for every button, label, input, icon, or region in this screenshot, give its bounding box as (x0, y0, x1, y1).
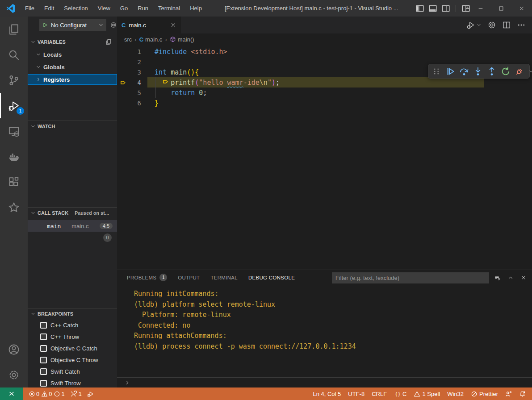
ports-status[interactable]: 1 (67, 388, 84, 400)
close-icon (519, 5, 525, 12)
tab-label: main.c (129, 22, 146, 29)
checkbox-unchecked[interactable] (40, 322, 47, 329)
code-token: ; (203, 89, 207, 97)
variable-scope-locals[interactable]: Locals (28, 49, 117, 60)
breadcrumb-item[interactable]: src (124, 36, 132, 43)
menu-go[interactable]: Go (115, 0, 133, 17)
debug-arrow-icon (120, 79, 126, 86)
gutter-glyph-margin[interactable] (117, 79, 130, 86)
breakpoint-row[interactable]: C++ Throw (28, 331, 117, 342)
status-notifications[interactable] (516, 388, 528, 400)
code-line: 4 printf("hello wamr-ide\n"); (117, 77, 532, 88)
checkbox-unchecked[interactable] (40, 345, 47, 352)
gear-button[interactable] (487, 21, 496, 29)
variable-scope-registers[interactable]: Registers (28, 74, 117, 85)
activity-item-remote-explorer[interactable] (0, 118, 28, 144)
gripper-icon[interactable] (431, 67, 441, 76)
status-eol[interactable]: CRLF (369, 388, 390, 400)
disconnect-icon[interactable] (515, 67, 524, 76)
debug-console-input[interactable] (117, 377, 532, 388)
activity-item-run-and-debug[interactable]: 1 (0, 93, 28, 118)
debug-config-dropdown[interactable]: No Configurat (39, 19, 106, 31)
activity-item-manage[interactable] (0, 362, 28, 388)
tab-main-c[interactable]: C main.c (117, 17, 181, 33)
ports-count: 1 (79, 391, 82, 397)
layout-panel-icon[interactable] (428, 4, 437, 13)
menu-edit[interactable]: Edit (39, 0, 59, 17)
checkbox-unchecked[interactable] (40, 357, 47, 363)
filter-input[interactable] (332, 272, 489, 283)
chevron-up-icon[interactable] (507, 275, 514, 281)
checkbox-unchecked[interactable] (40, 333, 47, 340)
activity-item-marketplace[interactable] (0, 195, 28, 220)
customize-layout-icon[interactable] (461, 4, 470, 13)
checkbox-unchecked[interactable] (40, 380, 47, 387)
breakpoint-row[interactable]: Objective C Catch (28, 342, 117, 354)
stack-frame[interactable]: mainmain.c4:5 (28, 220, 117, 232)
problems-status[interactable]: 001 (26, 388, 67, 400)
close-tab-icon[interactable] (170, 22, 176, 28)
run-or-debug-button[interactable] (466, 21, 482, 29)
step-over-icon[interactable] (459, 67, 469, 76)
debug-status[interactable] (84, 388, 96, 400)
activity-item-source-control[interactable] (0, 67, 28, 93)
checkbox-unchecked[interactable] (40, 368, 47, 375)
breakpoint-row[interactable]: C++ Catch (28, 319, 117, 331)
activity-item-accounts[interactable] (0, 337, 28, 362)
close-icon[interactable] (520, 275, 527, 281)
variables-header[interactable]: VARIABLES (28, 37, 117, 47)
activity-item-search[interactable] (0, 42, 28, 67)
menu-help[interactable]: Help (185, 0, 207, 17)
breadcrumb-item[interactable]: Cmain.c (139, 36, 163, 43)
step-into-icon[interactable] (473, 67, 483, 76)
layout-sidebar-left-icon[interactable] (415, 4, 424, 13)
panel-tab-terminal[interactable]: TERMINAL (210, 270, 238, 285)
status-prettier[interactable]: Prettier (468, 388, 501, 400)
variable-scope-globals[interactable]: Globals (28, 62, 117, 72)
menu-view[interactable]: View (93, 0, 115, 17)
minimize-button[interactable] (470, 0, 491, 17)
watch-section: WATCH (28, 121, 117, 132)
layout-sidebar-right-icon[interactable] (441, 4, 450, 13)
maximize-button[interactable] (491, 0, 511, 17)
call-stack-header[interactable]: CALL STACK Paused on st... (28, 208, 117, 218)
breadcrumb-item[interactable]: main() (170, 36, 194, 43)
menu-file[interactable]: File (20, 0, 39, 17)
panel-tab-output[interactable]: OUTPUT (178, 270, 200, 285)
menu-selection[interactable]: Selection (59, 0, 92, 17)
breakpoints-header[interactable]: BREAKPOINTS (28, 308, 117, 319)
activity-item-explorer[interactable] (0, 17, 28, 42)
breakpoint-row[interactable]: Objective C Throw (28, 354, 117, 366)
code-token: printf (171, 79, 195, 87)
close-button[interactable] (511, 0, 532, 17)
status-cursor-position[interactable]: Ln 4, Col 5 (310, 388, 343, 400)
bottom-panel: PROBLEMS1OUTPUTTERMINALDEBUG CONSOLE Run… (117, 270, 532, 388)
code-editor[interactable]: 1#include <stdio.h>23int main(){4 printf… (117, 45, 532, 270)
split-editor-button[interactable] (502, 21, 511, 29)
watch-header[interactable]: WATCH (28, 121, 117, 132)
continue-icon[interactable] (445, 67, 455, 76)
status-language-mode[interactable]: {}C (391, 388, 409, 400)
more-actions-button[interactable] (517, 21, 526, 29)
menu-terminal[interactable]: Terminal (153, 0, 185, 17)
activity-item-extensions[interactable] (0, 169, 28, 195)
clear-console-icon[interactable] (494, 275, 501, 281)
status-spell-warnings[interactable]: 1 Spell (411, 388, 443, 400)
copy-icon[interactable] (105, 39, 112, 45)
status-platform[interactable]: Win32 (444, 388, 466, 400)
step-out-icon[interactable] (487, 67, 497, 76)
section-title: VARIABLES (38, 39, 66, 45)
status-encoding[interactable]: UTF-8 (345, 388, 367, 400)
menu-run[interactable]: Run (133, 0, 153, 17)
activity-item-docker[interactable] (0, 144, 28, 169)
chevron-down-icon (30, 311, 36, 317)
panel-tab-problems[interactable]: PROBLEMS1 (127, 270, 167, 285)
gear-icon[interactable] (110, 21, 117, 29)
restart-icon[interactable] (501, 67, 511, 76)
breakpoint-row[interactable]: Swift Catch (28, 366, 117, 377)
info-icon (54, 391, 60, 397)
status-feedback[interactable] (503, 388, 515, 400)
panel-tab-debug-console[interactable]: DEBUG CONSOLE (248, 270, 295, 285)
remote-indicator[interactable] (0, 388, 23, 400)
chevron-down-icon[interactable] (528, 69, 532, 74)
